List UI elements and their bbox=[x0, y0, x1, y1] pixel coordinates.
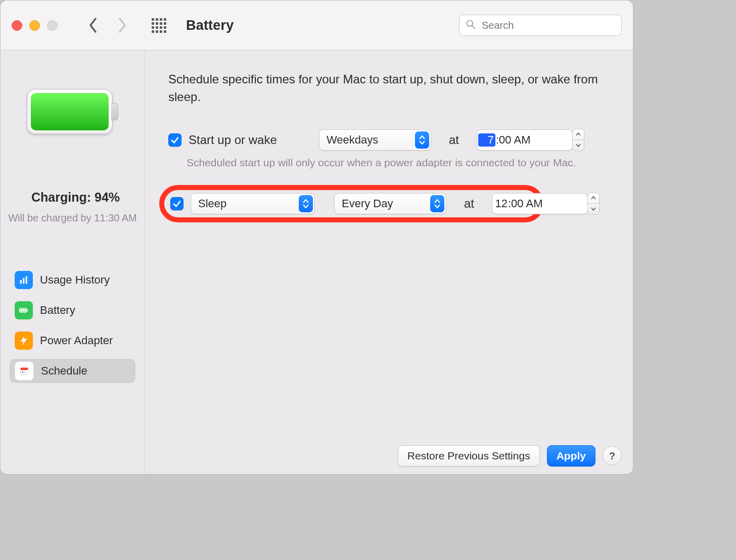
sleep-row: Sleep Every Day at bbox=[170, 193, 608, 214]
power-adapter-icon bbox=[15, 332, 33, 350]
sidebar-item-usage-history[interactable]: Usage History bbox=[10, 268, 135, 292]
sleep-time-rest[interactable]: :00 AM bbox=[508, 197, 542, 210]
sidebar-item-power-adapter[interactable]: Power Adapter bbox=[10, 329, 135, 353]
sidebar: Charging: 94% Will be charged by 11:30 A… bbox=[1, 51, 145, 475]
sleep-time-stepper[interactable] bbox=[587, 193, 600, 215]
startup-day-popup[interactable]: Weekdays bbox=[319, 129, 431, 151]
window-controls bbox=[12, 20, 58, 31]
toolbar: Battery bbox=[1, 1, 633, 51]
startup-day-value: Weekdays bbox=[327, 133, 378, 147]
sleep-action-value: Sleep bbox=[198, 197, 226, 210]
charging-percentage-label: Charging: 94% bbox=[8, 170, 137, 205]
svg-rect-10 bbox=[22, 371, 23, 373]
sidebar-item-label: Schedule bbox=[41, 364, 87, 378]
svg-rect-6 bbox=[21, 309, 26, 311]
popup-arrows-icon bbox=[415, 131, 429, 149]
startup-wake-row: Start up or wake Weekdays at 7 :00 AM bbox=[168, 129, 616, 151]
charging-note-label: Will be charged by 11:30 AM bbox=[8, 211, 137, 225]
battery-body-icon bbox=[27, 89, 113, 134]
sleep-checkbox[interactable] bbox=[170, 197, 183, 210]
search-field[interactable] bbox=[459, 15, 622, 36]
search-icon bbox=[466, 19, 476, 31]
startup-note: Scheduled start up will only occur when … bbox=[187, 157, 616, 169]
sidebar-item-battery[interactable]: Battery bbox=[10, 298, 135, 322]
restore-previous-settings-button[interactable]: Restore Previous Settings bbox=[398, 445, 540, 466]
svg-rect-2 bbox=[20, 280, 22, 284]
startup-time-hour[interactable]: 7 bbox=[478, 133, 495, 147]
at-label: at bbox=[446, 133, 462, 147]
schedule-icon bbox=[15, 361, 34, 381]
startup-wake-checkbox[interactable] bbox=[168, 133, 181, 147]
popup-arrows-icon bbox=[299, 195, 313, 212]
sleep-row-highlighted: Sleep Every Day at bbox=[168, 188, 616, 219]
sidebar-nav: Usage History Battery Power Adapter bbox=[1, 268, 145, 389]
show-all-icon[interactable] bbox=[152, 18, 166, 32]
sleep-time-field[interactable]: 12 :00 AM bbox=[492, 193, 588, 214]
svg-rect-9 bbox=[21, 368, 28, 370]
schedule-description: Schedule specific times for your Mac to … bbox=[168, 71, 603, 106]
sidebar-item-label: Power Adapter bbox=[40, 334, 113, 347]
popup-arrows-icon bbox=[430, 195, 444, 212]
back-button[interactable] bbox=[88, 17, 99, 34]
forward-button[interactable] bbox=[116, 17, 127, 34]
sleep-day-value: Every Day bbox=[342, 197, 393, 210]
sidebar-item-label: Battery bbox=[40, 304, 75, 317]
sidebar-item-schedule[interactable]: Schedule bbox=[10, 359, 135, 383]
battery-tip-icon bbox=[111, 103, 118, 120]
stepper-down-icon[interactable] bbox=[588, 203, 599, 214]
startup-time-stepper[interactable] bbox=[572, 129, 584, 151]
battery-graphic bbox=[27, 89, 118, 133]
search-input[interactable] bbox=[481, 19, 615, 32]
sleep-time-hour[interactable]: 12 bbox=[493, 197, 508, 210]
sidebar-item-label: Usage History bbox=[40, 273, 110, 287]
body: Charging: 94% Will be charged by 11:30 A… bbox=[1, 51, 633, 475]
stepper-up-icon[interactable] bbox=[573, 129, 584, 140]
help-button[interactable]: ? bbox=[603, 446, 622, 465]
zoom-window-button[interactable] bbox=[47, 20, 58, 31]
startup-wake-label: Start up or wake bbox=[189, 133, 319, 147]
svg-rect-4 bbox=[26, 276, 27, 284]
minimize-window-button[interactable] bbox=[29, 20, 40, 31]
battery-preferences-window: Battery Charging: 94% Will be charged by… bbox=[0, 0, 633, 475]
startup-time-rest[interactable]: :00 AM bbox=[496, 133, 530, 147]
battery-fill-icon bbox=[31, 93, 109, 130]
apply-button[interactable]: Apply bbox=[547, 445, 595, 466]
stepper-down-icon[interactable] bbox=[573, 139, 584, 151]
footer: Restore Previous Settings Apply ? bbox=[145, 437, 633, 475]
sleep-action-popup[interactable]: Sleep bbox=[191, 193, 315, 214]
close-window-button[interactable] bbox=[12, 20, 22, 31]
sleep-day-popup[interactable]: Every Day bbox=[334, 193, 446, 214]
charge-status: Charging: 94% Will be charged by 11:30 A… bbox=[8, 170, 137, 225]
pane-title: Battery bbox=[186, 18, 234, 33]
svg-rect-7 bbox=[27, 309, 28, 311]
main-content: Schedule specific times for your Mac to … bbox=[145, 51, 633, 475]
svg-line-1 bbox=[472, 26, 475, 28]
usage-history-icon bbox=[15, 271, 33, 289]
stepper-up-icon[interactable] bbox=[588, 193, 599, 204]
svg-rect-11 bbox=[24, 371, 26, 373]
nav-arrows bbox=[88, 17, 127, 34]
battery-icon bbox=[15, 301, 33, 319]
svg-rect-3 bbox=[23, 278, 24, 284]
at-label: at bbox=[462, 197, 477, 211]
startup-time-field[interactable]: 7 :00 AM bbox=[477, 129, 573, 151]
